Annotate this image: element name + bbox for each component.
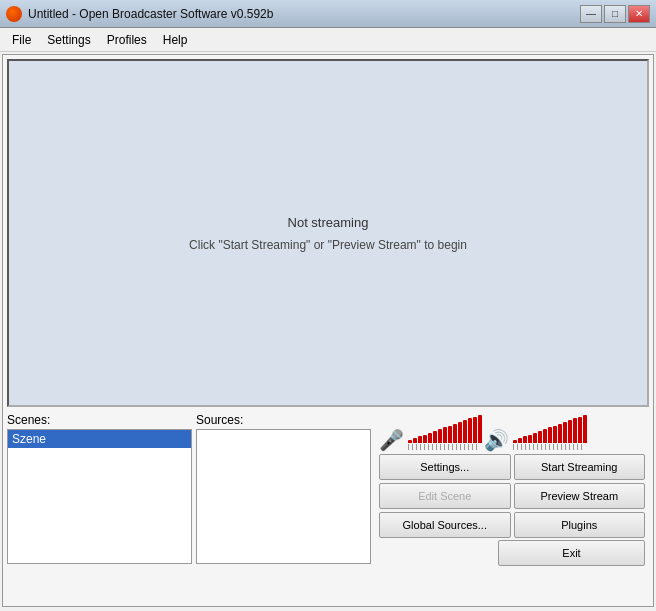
main-window: Not streaming Click "Start Streaming" or… <box>2 54 654 607</box>
title-bar: Untitled - Open Broadcaster Software v0.… <box>0 0 656 28</box>
mic-icon: 🎤 <box>379 430 404 450</box>
settings-button[interactable]: Settings... <box>379 454 511 480</box>
preview-area: Not streaming Click "Start Streaming" or… <box>7 59 649 407</box>
edit-scene-button[interactable]: Edit Scene <box>379 483 511 509</box>
vu-meter-2 <box>513 415 585 450</box>
menu-profiles[interactable]: Profiles <box>99 28 155 51</box>
controls-area: 🎤 🔊 Settings... Start Streaming <box>375 413 649 564</box>
sources-label: Sources: <box>196 413 371 427</box>
app-icon <box>6 6 22 22</box>
menu-settings[interactable]: Settings <box>39 28 98 51</box>
scenes-label: Scenes: <box>7 413 192 427</box>
menu-file[interactable]: File <box>4 28 39 51</box>
sources-panel: Sources: <box>196 413 371 564</box>
bottom-section: Scenes: Szene Sources: 🎤 <box>3 411 653 606</box>
streaming-hint: Click "Start Streaming" or "Preview Stre… <box>189 238 467 252</box>
speaker-icon: 🔊 <box>484 430 509 450</box>
buttons-grid: Settings... Start Streaming Edit Scene P… <box>375 452 649 540</box>
scenes-list[interactable]: Szene <box>7 429 192 564</box>
maximize-button[interactable]: □ <box>604 5 626 23</box>
global-sources-button[interactable]: Global Sources... <box>379 512 511 538</box>
meters-row: 🎤 🔊 <box>375 413 649 452</box>
start-streaming-button[interactable]: Start Streaming <box>514 454 646 480</box>
title-bar-buttons: — □ ✕ <box>580 5 650 23</box>
vu-meter-1 <box>408 415 480 450</box>
preview-stream-button[interactable]: Preview Stream <box>514 483 646 509</box>
exit-row: Exit <box>375 540 649 570</box>
plugins-button[interactable]: Plugins <box>514 512 646 538</box>
scene-item-szene[interactable]: Szene <box>8 430 191 448</box>
close-button[interactable]: ✕ <box>628 5 650 23</box>
lists-and-controls: Scenes: Szene Sources: 🎤 <box>3 411 653 566</box>
window-title: Untitled - Open Broadcaster Software v0.… <box>28 7 273 21</box>
title-bar-left: Untitled - Open Broadcaster Software v0.… <box>6 6 273 22</box>
streaming-status: Not streaming <box>288 215 369 230</box>
menu-bar: File Settings Profiles Help <box>0 28 656 52</box>
exit-button[interactable]: Exit <box>498 540 645 566</box>
sources-list[interactable] <box>196 429 371 564</box>
scenes-panel: Scenes: Szene <box>7 413 192 564</box>
minimize-button[interactable]: — <box>580 5 602 23</box>
menu-help[interactable]: Help <box>155 28 196 51</box>
